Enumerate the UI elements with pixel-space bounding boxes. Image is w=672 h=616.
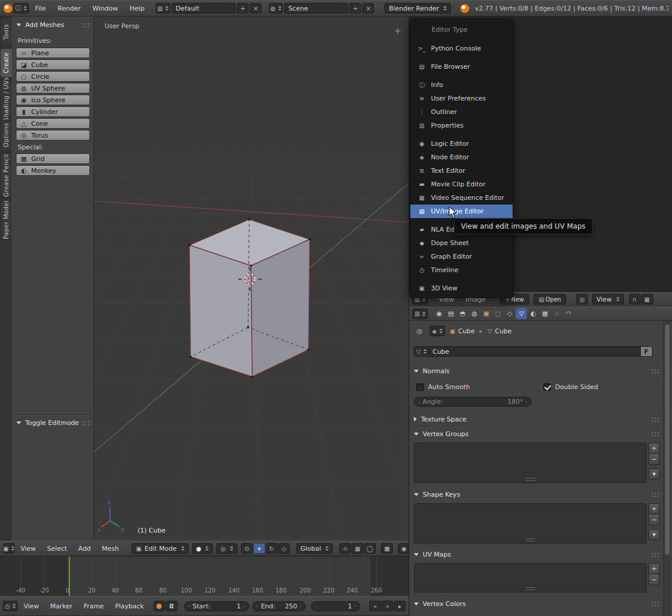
shape-keys-panel-header[interactable]: Shape Keys [414,489,660,500]
jump-to-end-button[interactable]: » [382,601,393,611]
tab-scene[interactable]: ◓ [457,308,468,319]
scene-browse-button[interactable]: ◍ [269,3,283,14]
current-frame-field[interactable]: ‹ 1 › [311,601,360,611]
tab-options[interactable]: Options [0,120,12,150]
uv-map-add-button[interactable]: + [648,563,660,574]
manipulator-scale-toggle[interactable]: ◇ [278,543,290,554]
tab-render-layers[interactable]: ▤ [445,308,456,319]
start-frame-field[interactable]: ‹ Start: 1 › [184,601,249,611]
tab-modifiers[interactable]: ◇ [504,308,515,319]
menu-add[interactable]: Add [73,543,96,554]
panel-drag-dots-icon[interactable] [82,420,91,426]
tab-world[interactable]: ◍ [469,308,480,319]
editor-menu-item-text-editor[interactable]: ≣Text Editor [410,164,513,178]
editor-menu-item-info[interactable]: ⓘInfo [410,78,513,92]
list-resize-grip[interactable] [526,587,535,590]
tab-material[interactable]: ◐ [527,308,539,319]
editor-menu-item-uv-image-editor[interactable]: ▧UV/Image Editor [410,205,513,218]
breadcrumb-object[interactable]: ▣ Cube [450,327,475,335]
mesh-browse-button[interactable]: ▽ [414,346,429,357]
uv-snap-element-button[interactable]: ▦ [641,294,653,304]
screen-layout-browse-button[interactable]: ▥ [156,3,170,14]
add-uv-sphere-button[interactable]: ◍UV Sphere [16,83,90,93]
menu-view[interactable]: View [15,543,41,554]
vertex-group-remove-button[interactable]: − [648,454,660,465]
tab-paper-model[interactable]: Paper Model [0,200,12,240]
tab-particles[interactable]: ∴ [551,308,562,319]
editor-type-button-properties[interactable]: ▥ [412,309,428,319]
manipulator-rotate-toggle[interactable]: ↻ [266,543,278,554]
manipulator-translate-toggle[interactable]: + [253,543,265,554]
timeline-ruler[interactable]: -40 -20 0 20 40 60 80 100 120 140 160 18… [0,556,409,596]
menu-help[interactable]: Help [125,3,150,14]
editor-menu-item-logic-editor[interactable]: ◉Logic Editor [410,137,513,150]
jump-to-start-button[interactable]: « [369,601,381,611]
breadcrumb-mesh-data[interactable]: ▽ Cube [487,327,511,335]
uv-maps-panel-header[interactable]: UV Maps [414,549,660,560]
add-grid-button[interactable]: ▦Grid [16,153,90,164]
edit-cube[interactable] [189,219,311,378]
editor-menu-item-timeline[interactable]: ◷Timeline [410,263,513,277]
menu-playback[interactable]: Playback [110,601,149,612]
tab-grease-pencil[interactable]: Grease Pencil [0,153,12,197]
editor-type-button-timeline[interactable]: ◷ [3,601,18,611]
render-engine-dropdown[interactable]: Blender Render [385,3,450,14]
add-cube-button[interactable]: ◪Cube [16,59,90,70]
uv-display-dropdown[interactable]: View [592,294,623,304]
tab-texture[interactable]: ▦ [539,308,550,319]
tab-object[interactable]: ▣ [480,308,492,319]
editor-menu-item-user-preferences[interactable]: ≡User Preferences [410,92,513,105]
editor-type-button-info[interactable]: ⓘ [14,3,29,14]
tab-create[interactable]: Create [0,48,12,78]
double-sided-checkbox[interactable] [543,383,551,391]
vertex-group-add-button[interactable]: + [648,443,660,454]
screen-layout-field[interactable]: Default [172,3,236,14]
panel-drag-dots-icon[interactable] [82,22,91,28]
add-cone-button[interactable]: △Cone [16,118,90,129]
vertex-groups-list[interactable] [414,443,647,483]
menu-window[interactable]: Window [87,3,123,14]
region-corner-plus-icon[interactable]: + [394,26,402,36]
editor-menu-item-python-console[interactable]: >_Python Console [410,42,513,55]
context-pin-toggle[interactable]: ◎ [414,326,425,337]
vertex-group-specials-button[interactable]: ▾ [648,468,660,480]
panel-drag-dots-icon[interactable] [651,601,660,607]
snap-magnet-toggle[interactable]: ∩ [339,543,351,554]
pin-toggle[interactable]: ◎ [576,294,588,304]
blender-logo[interactable] [4,4,12,13]
pivot-align-toggle[interactable]: ⊙ [241,543,253,554]
menu-select[interactable]: Select [42,543,72,554]
play-button[interactable]: ▸ [394,601,406,611]
shape-keys-list[interactable] [414,503,647,544]
add-meshes-panel-header[interactable]: Add Meshes [16,19,91,30]
fake-user-button[interactable]: F [641,346,653,357]
uv-snap-magnet-toggle[interactable]: ∩ [629,294,641,304]
vertex-groups-panel-header[interactable]: Vertex Groups [414,428,660,439]
editor-menu-item-dope-sheet[interactable]: ◆Dope Sheet [410,236,513,250]
menu-file[interactable]: File [30,3,51,14]
add-circle-button[interactable]: ○Circle [16,71,90,82]
add-monkey-button[interactable]: ◐Monkey [16,165,90,176]
open-image-button[interactable]: ▤ Open [533,294,566,304]
editor-menu-item-properties[interactable]: ▥Properties [410,119,513,132]
add-cylinder-button[interactable]: ▮Cylinder [16,106,90,117]
editor-menu-item-movie-clip-editor[interactable]: ▬Movie Clip Editor [410,178,513,191]
scrollbar-thumb[interactable] [665,324,670,555]
tab-tools[interactable]: Tools [0,18,12,46]
add-ico-sphere-button[interactable]: ◉Ico Sphere [16,95,90,105]
editor-menu-item-graph-editor[interactable]: ≈Graph Editor [410,250,513,263]
shape-key-remove-button[interactable]: − [648,514,660,525]
menu-frame[interactable]: Frame [78,601,109,612]
tab-physics[interactable]: ◠ [563,308,574,319]
transform-orientation-dropdown[interactable]: Global [296,543,333,554]
shape-key-specials-button[interactable]: ▾ [648,529,660,540]
editor-menu-item-video-sequence-editor[interactable]: ▦Video Sequence Editor [410,191,513,205]
menu-render[interactable]: Render [52,3,86,14]
editor-type-button-3d-view[interactable]: ▣ [3,543,15,554]
list-resize-grip[interactable] [526,478,535,481]
panel-drag-dots-icon[interactable] [651,552,660,557]
properties-scrollbar[interactable] [663,321,671,616]
3d-viewport[interactable]: x y z User Persp (1) Cube + [94,16,409,541]
auto-smooth-checkbox[interactable] [416,383,424,391]
tab-render[interactable]: ◉ [433,308,444,319]
